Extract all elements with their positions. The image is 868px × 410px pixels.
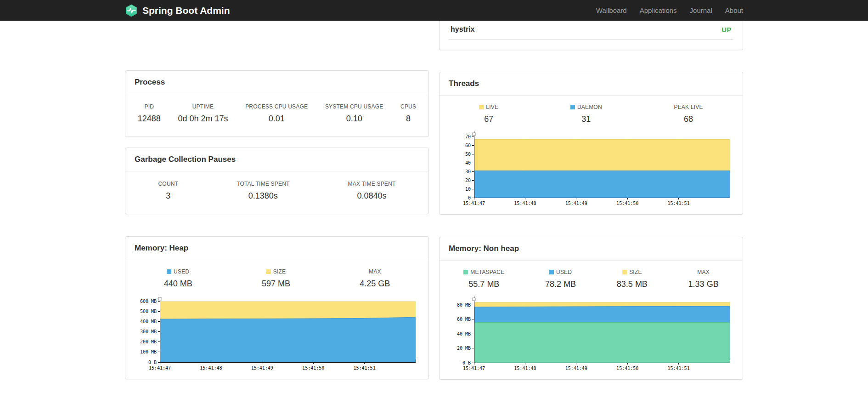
svg-text:15:41:47: 15:41:47 bbox=[149, 365, 171, 370]
threads-card: Threads LIVE 67 DAEMON 31 bbox=[439, 72, 743, 215]
stat-process-cpu-usage: PROCESS CPU USAGE 0.01 bbox=[245, 103, 308, 124]
legend-value: 83.5 MB bbox=[617, 279, 648, 289]
details-page: Process PID 12488 UPTIME 0d 0h 2m 17s PR… bbox=[125, 21, 743, 380]
threads-card-title: Threads bbox=[440, 72, 743, 96]
stat-label: PID bbox=[138, 103, 161, 110]
legend-label: SIZE bbox=[629, 269, 642, 275]
memory-nonheap-legend: METASPACE 55.7 MB USED 78.2 MB SIZE bbox=[440, 261, 743, 294]
svg-text:15:41:50: 15:41:50 bbox=[616, 201, 638, 206]
legend-label: USED bbox=[556, 269, 572, 275]
nav-about[interactable]: About bbox=[725, 0, 743, 21]
memory-nonheap-card-title: Memory: Non heap bbox=[440, 237, 743, 261]
svg-text:15:41:48: 15:41:48 bbox=[200, 365, 222, 370]
svg-text:100 MB: 100 MB bbox=[140, 349, 157, 354]
stat-label: UPTIME bbox=[178, 103, 228, 110]
legend-label: SIZE bbox=[273, 268, 286, 275]
svg-text:15:41:51: 15:41:51 bbox=[354, 365, 376, 370]
legend-nonheap-metaspace: METASPACE 55.7 MB bbox=[463, 269, 504, 289]
legend-swatch-blue bbox=[570, 105, 575, 109]
svg-text:0 B: 0 B bbox=[462, 360, 471, 365]
legend-threads-daemon: DAEMON 31 bbox=[570, 104, 602, 124]
stat-value: 8 bbox=[400, 114, 416, 124]
stat-value: 0.10 bbox=[325, 114, 383, 124]
legend-label: MAX bbox=[360, 268, 390, 275]
process-stats: PID 12488 UPTIME 0d 0h 2m 17s PROCESS CP… bbox=[125, 94, 428, 137]
legend-heap-max: MAX 4.25 GB bbox=[360, 268, 390, 289]
legend-heap-size: SIZE 597 MB bbox=[262, 268, 290, 289]
svg-text:15:41:47: 15:41:47 bbox=[463, 366, 485, 371]
left-column: Process PID 12488 UPTIME 0d 0h 2m 17s PR… bbox=[125, 21, 429, 379]
legend-value: 67 bbox=[479, 114, 498, 124]
svg-text:40 MB: 40 MB bbox=[457, 331, 471, 336]
health-status-badge: UP bbox=[721, 26, 732, 34]
legend-label: PEAK LIVE bbox=[674, 104, 703, 110]
brand-link[interactable]: Spring Boot Admin bbox=[125, 4, 230, 17]
process-card-title: Process bbox=[125, 71, 428, 94]
legend-swatch-blue bbox=[549, 270, 554, 274]
legend-label: METASPACE bbox=[470, 269, 504, 275]
memory-heap-legend: USED 440 MB SIZE 597 MB MAX 4.25 GB bbox=[125, 260, 428, 293]
legend-threads-live: LIVE 67 bbox=[479, 104, 498, 124]
process-card: Process PID 12488 UPTIME 0d 0h 2m 17s PR… bbox=[125, 70, 429, 137]
legend-nonheap-used: USED 78.2 MB bbox=[545, 269, 576, 289]
svg-text:15:41:47: 15:41:47 bbox=[463, 201, 485, 206]
svg-text:50: 50 bbox=[465, 152, 471, 157]
legend-label: USED bbox=[174, 268, 189, 275]
health-row-hystrix: hystrix UP bbox=[449, 21, 733, 40]
legend-swatch-yellow bbox=[266, 269, 271, 274]
nav-wallboard[interactable]: Wallboard bbox=[596, 0, 627, 21]
legend-swatch-green bbox=[463, 270, 468, 274]
svg-text:500 MB: 500 MB bbox=[140, 309, 157, 314]
svg-text:15:41:48: 15:41:48 bbox=[514, 201, 536, 206]
gc-stats: COUNT 3 TOTAL TIME SPENT 0.1380s MAX TIM… bbox=[125, 171, 428, 214]
legend-swatch-blue bbox=[167, 269, 171, 274]
legend-nonheap-max: MAX 1.33 GB bbox=[688, 269, 719, 289]
top-navbar: Spring Boot Admin Wallboard Applications… bbox=[0, 0, 868, 21]
svg-text:20: 20 bbox=[465, 178, 471, 183]
memory-heap-card: Memory: Heap USED 440 MB SIZE 597 MB bbox=[125, 236, 429, 379]
svg-text:15:41:50: 15:41:50 bbox=[616, 366, 638, 371]
stat-label: CPUS bbox=[400, 103, 416, 110]
svg-text:15:41:49: 15:41:49 bbox=[565, 201, 587, 206]
legend-value: 1.33 GB bbox=[688, 279, 719, 289]
svg-text:60 MB: 60 MB bbox=[457, 317, 471, 322]
nav-journal[interactable]: Journal bbox=[690, 0, 712, 21]
legend-heap-used: USED 440 MB bbox=[164, 268, 192, 289]
spring-boot-admin-logo-icon bbox=[125, 4, 138, 17]
stat-gc-count: COUNT 3 bbox=[158, 181, 178, 201]
brand-title: Spring Boot Admin bbox=[142, 5, 230, 16]
legend-nonheap-size: SIZE 83.5 MB bbox=[617, 269, 648, 289]
legend-value: 440 MB bbox=[164, 279, 192, 289]
svg-text:15:41:48: 15:41:48 bbox=[514, 366, 536, 371]
svg-text:0: 0 bbox=[468, 195, 471, 200]
memory-heap-chart: 0 B100 MB200 MB300 MB400 MB500 MB600 MB1… bbox=[125, 293, 428, 379]
stat-value: 0d 0h 2m 17s bbox=[178, 114, 228, 124]
svg-text:20 MB: 20 MB bbox=[457, 346, 471, 351]
legend-swatch-yellow bbox=[479, 105, 484, 109]
main-nav: Wallboard Applications Journal About bbox=[596, 0, 743, 21]
memory-nonheap-card: Memory: Non heap METASPACE 55.7 MB USED … bbox=[439, 237, 743, 380]
svg-text:200 MB: 200 MB bbox=[140, 339, 157, 344]
svg-text:300 MB: 300 MB bbox=[140, 329, 157, 334]
svg-text:400 MB: 400 MB bbox=[140, 319, 157, 324]
stat-value: 0.0840s bbox=[348, 191, 396, 201]
legend-value: 78.2 MB bbox=[545, 279, 576, 289]
right-column: hystrix UP Threads LIVE 67 DAEMON bbox=[439, 21, 743, 380]
svg-text:70: 70 bbox=[465, 134, 471, 139]
stat-system-cpu-usage: SYSTEM CPU USAGE 0.10 bbox=[325, 103, 383, 124]
legend-label: LIVE bbox=[486, 104, 498, 110]
svg-text:30: 30 bbox=[465, 169, 471, 174]
stat-gc-total-time: TOTAL TIME SPENT 0.1380s bbox=[237, 181, 289, 201]
legend-threads-peak-live: PEAK LIVE 68 bbox=[674, 104, 703, 124]
svg-text:15:41:50: 15:41:50 bbox=[302, 365, 324, 370]
stat-value: 0.1380s bbox=[237, 191, 289, 201]
svg-text:10: 10 bbox=[465, 187, 471, 192]
stat-pid: PID 12488 bbox=[138, 103, 161, 124]
stat-gc-max-time: MAX TIME SPENT 0.0840s bbox=[348, 181, 396, 201]
legend-value: 4.25 GB bbox=[360, 279, 390, 289]
stat-value: 0.01 bbox=[245, 114, 308, 124]
legend-swatch-yellow bbox=[622, 270, 627, 274]
memory-nonheap-chart: 0 B20 MB40 MB60 MB80 MB15:41:4715:41:481… bbox=[440, 294, 743, 379]
svg-text:15:41:51: 15:41:51 bbox=[668, 201, 690, 206]
nav-applications[interactable]: Applications bbox=[640, 0, 677, 21]
